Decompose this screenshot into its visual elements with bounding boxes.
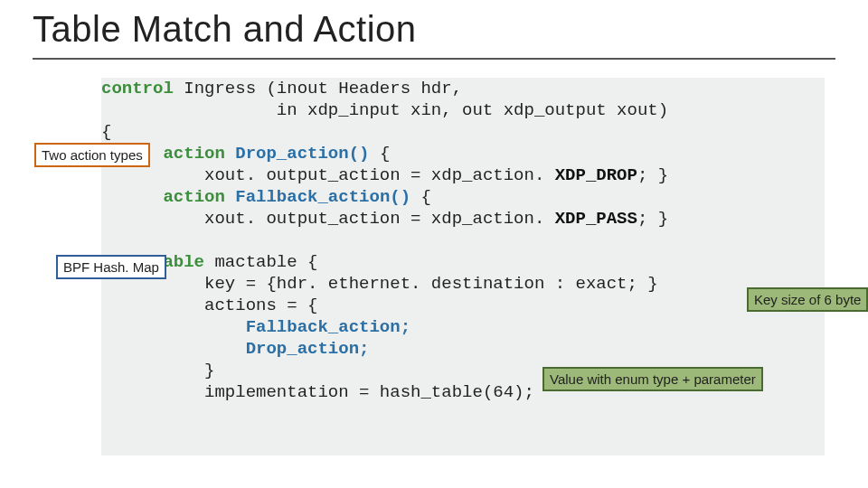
action-ref-drop: Drop_action;	[246, 339, 370, 359]
keyword-action: action	[163, 187, 224, 207]
action-ref-fallback: Fallback_action;	[246, 317, 410, 337]
const-xdp-drop: XDP_DROP	[555, 165, 637, 185]
callout-key-size: Key size of 6 byte	[747, 287, 868, 312]
title-underline	[33, 58, 835, 60]
code-text: xout. output_action = xdp_action.	[204, 209, 544, 229]
code-text: {	[101, 122, 111, 142]
code-text: in xdp_input xin, out xdp_output xout)	[101, 100, 668, 120]
callout-two-action-types: Two action types	[34, 143, 150, 167]
keyword-action: action	[163, 144, 224, 164]
code-block: control Ingress (inout Headers hdr, in x…	[101, 78, 825, 455]
callout-value-enum: Value with enum type + parameter	[542, 367, 763, 391]
slide: Table Match and Action control Ingress (…	[0, 0, 868, 488]
code-text: }	[204, 361, 214, 380]
code-text: xout. output_action = xdp_action.	[204, 165, 544, 185]
action-name-fallback: Fallback_action()	[235, 187, 410, 207]
code-text: actions = {	[204, 296, 317, 315]
keyword-control: control	[101, 79, 174, 99]
callout-bpf-hashmap: BPF Hash. Map	[56, 255, 166, 279]
const-xdp-pass: XDP_PASS	[555, 209, 637, 229]
code-text: key = {hdr. ethernet. destination : exac…	[204, 274, 658, 294]
page-title: Table Match and Action	[33, 9, 417, 50]
code-text: implementation = hash_table(64);	[204, 382, 534, 402]
code-text: mactable {	[204, 252, 317, 272]
action-name-drop: Drop_action()	[235, 144, 369, 164]
code-text: Ingress (inout Headers hdr,	[174, 79, 462, 99]
